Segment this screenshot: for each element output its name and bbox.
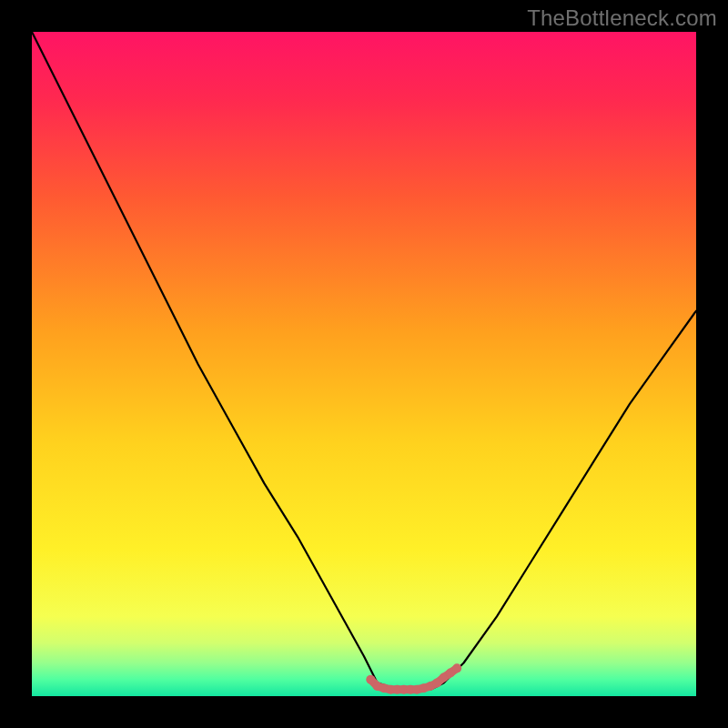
plateau-dot <box>452 663 461 672</box>
chart-container: TheBottleneck.com <box>0 0 728 728</box>
plateau-dot <box>366 675 375 684</box>
curve-layer <box>32 32 696 696</box>
plateau-dots <box>366 663 461 693</box>
plot-area <box>32 32 696 696</box>
attribution-label: TheBottleneck.com <box>527 5 717 31</box>
bottleneck-curve <box>32 32 696 690</box>
